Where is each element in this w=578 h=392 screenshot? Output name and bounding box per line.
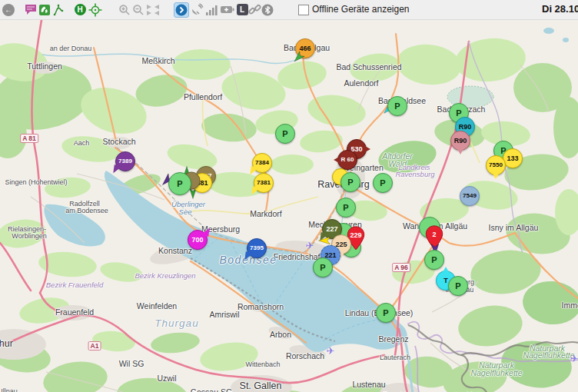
svg-text:2: 2 [432,231,436,238]
marker-7381[interactable]: 7381 [254,173,274,193]
marker-p[interactable]: P [448,276,468,296]
map-viewport[interactable]: an der DonauTuttlingenMeßkirchPfullendor… [0,20,578,392]
hospital-button[interactable]: H [73,3,87,17]
marker-p[interactable]: P [168,172,191,195]
fit-extent-icon [146,4,160,16]
marker-r60[interactable]: R 60 [337,150,357,170]
marker-p[interactable]: P [387,96,407,116]
follow-mode-button[interactable] [174,2,189,18]
airport-icon: ✈ [306,240,314,251]
hospital-label: H [77,5,82,14]
marker-700[interactable]: 700 [188,230,208,250]
date-label: Di 28.10 [542,3,578,15]
marker-7384[interactable]: 7384 [252,153,272,173]
offline-devices-label: Offline Geräte anzeigen [312,4,410,15]
route-button[interactable] [51,3,65,17]
airport-icon: ✈ [570,353,578,364]
battery-icon [221,5,234,14]
zoom-in-icon [118,4,131,16]
phone-icon [38,4,51,16]
phone-button[interactable] [38,3,51,17]
zoom-in-button[interactable] [118,3,131,17]
l-badge-icon: L [237,4,248,15]
chat-icon [25,4,37,15]
route-icon [52,4,65,16]
toolbar: ← H L Offline Geräte anzeigen Di 28.10 [0,0,578,20]
direction-arrow-marker[interactable] [292,51,304,67]
back-button[interactable]: ← [2,3,15,17]
chevron-right-icon [175,4,188,16]
hospital-icon: H [75,4,86,15]
battery-button[interactable] [221,3,234,17]
marker-r90[interactable]: R90 [450,131,470,151]
marker-p[interactable]: P [275,124,295,144]
marker-p[interactable]: P [336,198,356,218]
satellite-button[interactable] [190,3,204,17]
crosshair-icon [88,3,102,17]
link-button[interactable] [247,3,261,17]
marker-p[interactable]: P [373,173,393,193]
marker-7389[interactable]: 7389 [115,151,135,171]
signal-bars-icon [206,5,218,15]
l-badge-label: L [240,5,244,14]
link-icon [248,3,261,16]
bluetooth-button[interactable] [261,3,274,17]
satellite-dish-icon [191,3,204,16]
marker-p[interactable]: P [313,257,333,277]
app-window: ← H L Offline Geräte anzeigen Di 28.10 [0,0,578,392]
marker-7550[interactable]: 7550 [486,155,506,175]
chat-button[interactable] [24,3,38,17]
fit-extent-button[interactable] [146,3,160,17]
locate-button[interactable] [88,3,102,17]
bluetooth-icon [261,4,274,16]
signal-button[interactable] [205,3,219,17]
marker-p[interactable]: P [340,172,360,192]
svg-text:229: 229 [350,231,361,239]
zoom-out-icon [132,4,144,16]
airport-icon: ✈ [327,345,335,357]
marker-p[interactable]: P [376,303,396,323]
zoom-out-button[interactable] [131,3,145,17]
offline-devices-checkbox[interactable] [298,5,309,15]
back-icon: ← [2,4,15,16]
marker-7395[interactable]: 7395 [247,238,267,258]
map-markers: 4667389697381P73847381PPPR90R90P13375507… [0,20,578,392]
marker-7549[interactable]: 7549 [460,186,480,206]
